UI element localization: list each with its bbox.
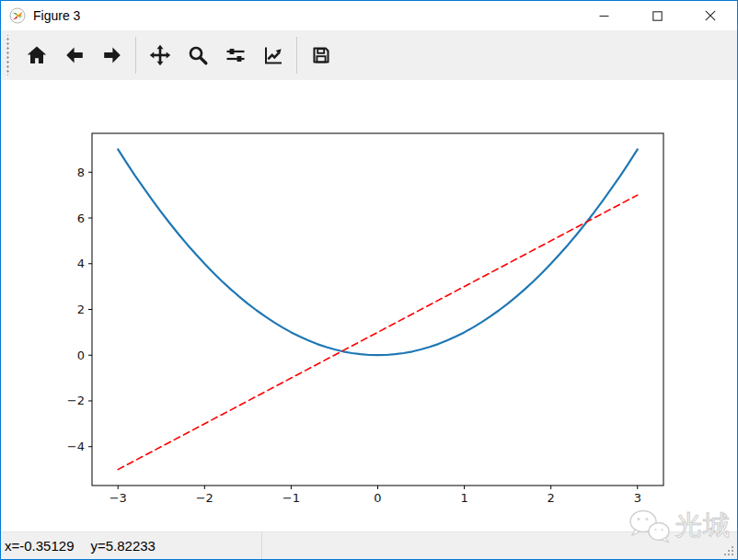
x-tick-label: −1: [283, 491, 300, 505]
toolbar-grip: [5, 35, 9, 75]
zoom-button[interactable]: [179, 34, 216, 76]
x-tick-label: −2: [196, 491, 213, 505]
home-icon: [26, 44, 48, 66]
edit-parameters-button[interactable]: [254, 34, 292, 76]
close-icon: [705, 10, 716, 21]
matplotlib-logo-icon: [9, 7, 26, 24]
zoom-rect-icon: [187, 44, 209, 66]
x-tick-label: 0: [374, 491, 381, 505]
toolbar-separator: [135, 37, 136, 74]
caption-buttons: [577, 1, 737, 30]
maximize-button[interactable]: [630, 1, 684, 30]
plot-axes[interactable]: −3−2−10123−4−202468: [1, 80, 737, 531]
configure-subplots-icon: [225, 44, 247, 66]
maximize-icon: [652, 11, 663, 21]
x-axis-ticks: −3−2−10123: [110, 486, 641, 505]
forward-button[interactable]: [93, 34, 131, 76]
plot-series: [118, 149, 638, 469]
series-line-1: [118, 195, 638, 470]
forward-arrow-icon: [101, 44, 123, 66]
titlebar[interactable]: Figure 3: [1, 1, 737, 30]
figure-canvas[interactable]: −3−2−10123−4−202468: [1, 80, 737, 531]
close-button[interactable]: [684, 1, 737, 30]
y-axis-ticks: −4−202468: [67, 166, 92, 453]
statusbar: x=-0.35129 y=5.82233: [1, 531, 737, 559]
configure-subplots-button[interactable]: [216, 34, 254, 76]
minimize-icon: [599, 11, 609, 21]
y-tick-label: 0: [77, 349, 85, 362]
y-tick-label: 6: [77, 211, 85, 225]
save-icon: [310, 44, 332, 66]
resize-grip[interactable]: [723, 545, 734, 556]
y-tick-label: −4: [67, 440, 85, 453]
y-tick-label: 4: [77, 257, 85, 270]
cursor-y-readout: y=5.82233: [90, 538, 155, 554]
y-tick-label: −2: [67, 394, 85, 407]
minimize-button[interactable]: [577, 1, 630, 30]
x-tick-label: 3: [634, 491, 641, 505]
edit-plot-icon: [262, 44, 284, 66]
pan-icon: [149, 44, 171, 66]
figure-window: Figure 3: [0, 0, 738, 560]
navigation-toolbar: [1, 30, 737, 80]
statusbar-separator: [261, 532, 262, 559]
window-title: Figure 3: [33, 8, 80, 23]
x-tick-label: 1: [460, 491, 467, 505]
pan-button[interactable]: [141, 34, 179, 76]
back-arrow-icon: [63, 44, 86, 66]
home-button[interactable]: [17, 34, 55, 76]
toolbar-separator: [296, 37, 297, 74]
y-tick-label: 2: [77, 303, 85, 316]
axes-spines: [92, 133, 663, 486]
back-button[interactable]: [55, 34, 93, 76]
y-tick-label: 8: [77, 166, 85, 179]
save-button[interactable]: [302, 34, 340, 76]
x-tick-label: 2: [548, 491, 555, 505]
series-line-0: [118, 149, 638, 355]
cursor-x-readout: x=-0.35129: [5, 538, 74, 554]
x-tick-label: −3: [110, 491, 127, 505]
